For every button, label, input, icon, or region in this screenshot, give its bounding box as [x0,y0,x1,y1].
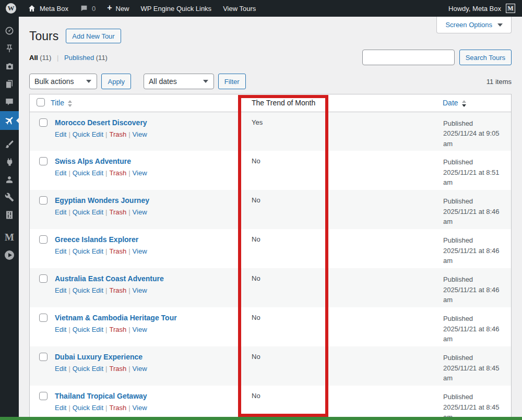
dates-filter-select[interactable]: All dates [144,74,214,89]
comments-menu-item[interactable]: 0 [74,0,101,17]
view-link[interactable]: View [133,208,147,216]
sidebar-item-settings[interactable] [0,206,19,224]
separator: | [128,365,130,373]
view-link[interactable]: View [133,326,147,333]
row-checkbox[interactable] [39,274,48,283]
row-checkbox[interactable] [39,235,48,244]
airplane-icon [2,113,17,128]
new-menu-item[interactable]: + New [101,0,135,17]
separator: | [128,247,130,255]
quick-edit-link[interactable]: Quick Edit [73,208,103,216]
tour-title-link[interactable]: Swiss Alps Adventure [55,157,131,165]
sidebar-item-tours[interactable] [0,111,19,130]
bulk-actions-select[interactable]: Bulk actions [29,74,97,89]
table-row: Morocco Desert Discovery Edit|Quick Edit… [30,112,511,151]
select-all-checkbox[interactable] [37,98,45,106]
add-new-tour-button[interactable]: Add New Tour [66,29,121,43]
plug-icon [5,157,15,167]
row-checkbox[interactable] [39,353,48,361]
quick-edit-link[interactable]: Quick Edit [73,247,103,255]
sidebar-item-metabox[interactable]: M [0,229,19,246]
view-link[interactable]: View [133,247,147,255]
trash-link[interactable]: Trash [109,208,126,216]
filter-button[interactable]: Filter [218,74,246,89]
view-published-link[interactable]: Published [64,54,94,62]
quick-edit-link[interactable]: Quick Edit [73,169,103,177]
sidebar-item-media[interactable] [0,57,19,75]
view-link[interactable]: View [133,130,147,138]
account-menu-item[interactable]: Howdy, Meta Box M [448,4,522,13]
tour-title-link[interactable]: Morocco Desert Discovery [55,118,147,127]
view-link[interactable]: View [133,365,147,373]
quick-edit-link[interactable]: Quick Edit [73,404,103,412]
sidebar-item-pages[interactable] [0,75,19,93]
quick-edit-link[interactable]: Quick Edit [73,130,103,138]
publish-status: Published [443,314,507,324]
sort-by-date-header[interactable]: Date [443,99,466,107]
edit-link[interactable]: Edit [55,365,66,373]
edit-link[interactable]: Edit [55,169,66,177]
quick-edit-link[interactable]: Quick Edit [73,365,103,373]
row-checkbox[interactable] [39,196,48,205]
trash-link[interactable]: Trash [109,169,126,177]
trash-link[interactable]: Trash [109,247,126,255]
separator: | [68,169,70,177]
quick-edit-link[interactable]: Quick Edit [73,286,103,294]
row-checkbox[interactable] [39,392,48,400]
row-checkbox[interactable] [39,314,48,322]
site-name-menu-item[interactable]: Meta Box [22,0,74,17]
sidebar-item-tools[interactable] [0,188,19,206]
tour-title-link[interactable]: Egyptian Wonders Journey [55,196,149,205]
edit-link[interactable]: Edit [55,208,66,216]
wordpress-menu-item[interactable]: W [0,0,22,17]
sidebar-item-video[interactable] [0,246,19,264]
tour-title-link[interactable]: Vietnam & Cambodia Heritage Tour [55,314,177,322]
chevron-down-icon [86,80,91,83]
sidebar-item-plugins[interactable] [0,153,19,171]
tour-title-link[interactable]: Dubai Luxury Experience [55,353,143,361]
tour-title-link[interactable]: Thailand Tropical Getaway [55,392,147,400]
quick-edit-link[interactable]: Quick Edit [73,326,103,333]
row-checkbox[interactable] [39,157,48,165]
search-tours-button[interactable]: Search Tours [459,50,512,65]
edit-link[interactable]: Edit [55,404,66,412]
apply-button[interactable]: Apply [101,74,131,89]
view-link[interactable]: View [133,286,147,294]
row-checkbox[interactable] [39,118,48,127]
edit-link[interactable]: Edit [55,286,66,294]
sidebar-item-appearance[interactable] [0,135,19,153]
view-all-link[interactable]: All [29,54,38,62]
view-tours-menu-item[interactable]: View Tours [217,0,262,17]
trash-link[interactable]: Trash [109,326,126,333]
view-all-count: (11) [40,54,51,62]
site-name-label: Meta Box [40,5,68,13]
edit-link[interactable]: Edit [55,130,66,138]
sidebar-item-users[interactable] [0,171,19,188]
tour-title-link[interactable]: Greece Islands Explorer [55,235,138,244]
screen-options-button[interactable]: Screen Options [436,17,512,33]
sidebar-item-posts[interactable] [0,40,19,57]
separator: | [68,365,70,373]
new-label: New [116,5,129,13]
main-content: Screen Options Tours Add New Tour All (1… [19,17,522,420]
date-cell: Published2025/11/21 at 8:45 am [443,346,511,386]
search-form: Search Tours [362,50,512,65]
sidebar-item-dashboard[interactable] [0,22,19,40]
sort-by-title-header[interactable]: Title [51,99,72,107]
edit-link[interactable]: Edit [55,326,66,333]
trash-link[interactable]: Trash [109,286,126,294]
search-input[interactable] [362,50,455,65]
trash-link[interactable]: Trash [109,404,126,412]
sidebar-item-comments[interactable] [0,93,19,111]
separator: | [68,404,70,412]
sort-desc-icon [68,104,72,107]
view-link[interactable]: View [133,404,147,412]
wpe-quick-links-menu-item[interactable]: WP Engine Quick Links [135,0,218,17]
view-link[interactable]: View [133,169,147,177]
trash-link[interactable]: Trash [109,365,126,373]
edit-link[interactable]: Edit [55,247,66,255]
row-actions: Edit|Quick Edit|Trash|View [55,404,240,412]
tour-title-link[interactable]: Australia East Coast Adventure [55,274,164,283]
separator: | [105,286,107,294]
trash-link[interactable]: Trash [109,130,126,138]
